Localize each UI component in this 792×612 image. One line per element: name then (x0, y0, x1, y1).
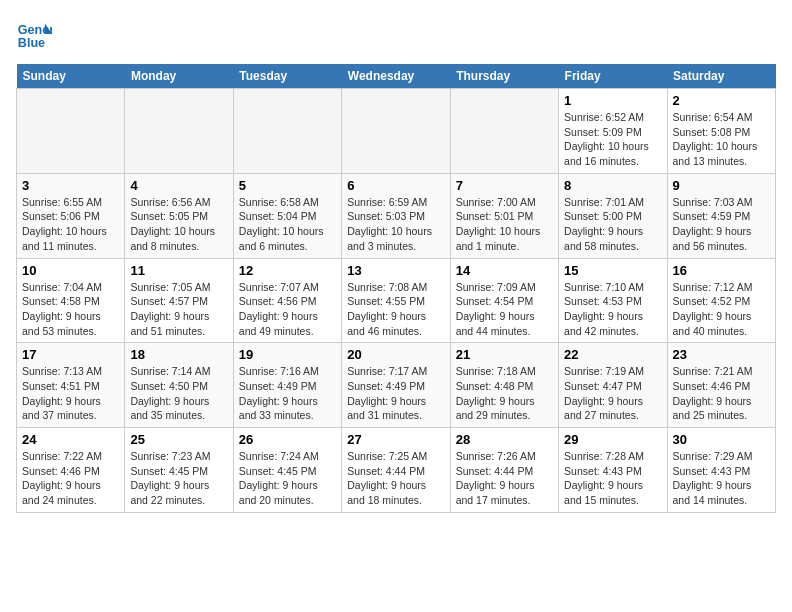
day-cell: 6Sunrise: 6:59 AMSunset: 5:03 PMDaylight… (342, 173, 450, 258)
weekday-header-saturday: Saturday (667, 64, 775, 89)
day-info: Sunrise: 7:09 AMSunset: 4:54 PMDaylight:… (456, 280, 553, 339)
day-cell (450, 89, 558, 174)
day-cell: 13Sunrise: 7:08 AMSunset: 4:55 PMDayligh… (342, 258, 450, 343)
week-row-5: 24Sunrise: 7:22 AMSunset: 4:46 PMDayligh… (17, 428, 776, 513)
day-number: 11 (130, 263, 227, 278)
day-cell: 22Sunrise: 7:19 AMSunset: 4:47 PMDayligh… (559, 343, 667, 428)
day-cell: 12Sunrise: 7:07 AMSunset: 4:56 PMDayligh… (233, 258, 341, 343)
page-header: General Blue (16, 16, 776, 52)
day-info: Sunrise: 7:25 AMSunset: 4:44 PMDaylight:… (347, 449, 444, 508)
weekday-header-monday: Monday (125, 64, 233, 89)
day-cell (17, 89, 125, 174)
day-info: Sunrise: 7:22 AMSunset: 4:46 PMDaylight:… (22, 449, 119, 508)
day-cell: 5Sunrise: 6:58 AMSunset: 5:04 PMDaylight… (233, 173, 341, 258)
day-number: 16 (673, 263, 770, 278)
day-info: Sunrise: 7:14 AMSunset: 4:50 PMDaylight:… (130, 364, 227, 423)
day-info: Sunrise: 7:17 AMSunset: 4:49 PMDaylight:… (347, 364, 444, 423)
day-number: 4 (130, 178, 227, 193)
weekday-header-sunday: Sunday (17, 64, 125, 89)
day-number: 9 (673, 178, 770, 193)
svg-text:Blue: Blue (18, 36, 45, 50)
day-info: Sunrise: 7:05 AMSunset: 4:57 PMDaylight:… (130, 280, 227, 339)
day-number: 13 (347, 263, 444, 278)
day-cell: 24Sunrise: 7:22 AMSunset: 4:46 PMDayligh… (17, 428, 125, 513)
day-number: 18 (130, 347, 227, 362)
day-info: Sunrise: 6:52 AMSunset: 5:09 PMDaylight:… (564, 110, 661, 169)
day-info: Sunrise: 7:19 AMSunset: 4:47 PMDaylight:… (564, 364, 661, 423)
day-cell (342, 89, 450, 174)
day-info: Sunrise: 7:03 AMSunset: 4:59 PMDaylight:… (673, 195, 770, 254)
day-info: Sunrise: 6:59 AMSunset: 5:03 PMDaylight:… (347, 195, 444, 254)
day-number: 7 (456, 178, 553, 193)
week-row-4: 17Sunrise: 7:13 AMSunset: 4:51 PMDayligh… (17, 343, 776, 428)
day-info: Sunrise: 6:55 AMSunset: 5:06 PMDaylight:… (22, 195, 119, 254)
day-cell: 27Sunrise: 7:25 AMSunset: 4:44 PMDayligh… (342, 428, 450, 513)
day-cell: 8Sunrise: 7:01 AMSunset: 5:00 PMDaylight… (559, 173, 667, 258)
day-cell: 18Sunrise: 7:14 AMSunset: 4:50 PMDayligh… (125, 343, 233, 428)
day-number: 22 (564, 347, 661, 362)
weekday-header-row: SundayMondayTuesdayWednesdayThursdayFrid… (17, 64, 776, 89)
week-row-2: 3Sunrise: 6:55 AMSunset: 5:06 PMDaylight… (17, 173, 776, 258)
weekday-header-wednesday: Wednesday (342, 64, 450, 89)
day-number: 21 (456, 347, 553, 362)
logo-icon: General Blue (16, 16, 52, 52)
day-info: Sunrise: 7:24 AMSunset: 4:45 PMDaylight:… (239, 449, 336, 508)
day-info: Sunrise: 7:07 AMSunset: 4:56 PMDaylight:… (239, 280, 336, 339)
logo: General Blue (16, 16, 56, 52)
day-cell: 11Sunrise: 7:05 AMSunset: 4:57 PMDayligh… (125, 258, 233, 343)
day-cell: 23Sunrise: 7:21 AMSunset: 4:46 PMDayligh… (667, 343, 775, 428)
day-cell: 2Sunrise: 6:54 AMSunset: 5:08 PMDaylight… (667, 89, 775, 174)
day-cell: 21Sunrise: 7:18 AMSunset: 4:48 PMDayligh… (450, 343, 558, 428)
day-cell (125, 89, 233, 174)
day-cell: 25Sunrise: 7:23 AMSunset: 4:45 PMDayligh… (125, 428, 233, 513)
day-info: Sunrise: 7:08 AMSunset: 4:55 PMDaylight:… (347, 280, 444, 339)
weekday-header-tuesday: Tuesday (233, 64, 341, 89)
day-cell: 28Sunrise: 7:26 AMSunset: 4:44 PMDayligh… (450, 428, 558, 513)
day-cell: 3Sunrise: 6:55 AMSunset: 5:06 PMDaylight… (17, 173, 125, 258)
day-info: Sunrise: 7:28 AMSunset: 4:43 PMDaylight:… (564, 449, 661, 508)
day-cell: 9Sunrise: 7:03 AMSunset: 4:59 PMDaylight… (667, 173, 775, 258)
day-info: Sunrise: 7:29 AMSunset: 4:43 PMDaylight:… (673, 449, 770, 508)
day-number: 3 (22, 178, 119, 193)
day-info: Sunrise: 7:00 AMSunset: 5:01 PMDaylight:… (456, 195, 553, 254)
week-row-1: 1Sunrise: 6:52 AMSunset: 5:09 PMDaylight… (17, 89, 776, 174)
day-info: Sunrise: 7:12 AMSunset: 4:52 PMDaylight:… (673, 280, 770, 339)
day-cell: 20Sunrise: 7:17 AMSunset: 4:49 PMDayligh… (342, 343, 450, 428)
day-info: Sunrise: 7:16 AMSunset: 4:49 PMDaylight:… (239, 364, 336, 423)
day-number: 26 (239, 432, 336, 447)
day-cell (233, 89, 341, 174)
day-cell: 26Sunrise: 7:24 AMSunset: 4:45 PMDayligh… (233, 428, 341, 513)
day-number: 10 (22, 263, 119, 278)
day-number: 1 (564, 93, 661, 108)
day-cell: 14Sunrise: 7:09 AMSunset: 4:54 PMDayligh… (450, 258, 558, 343)
day-info: Sunrise: 7:10 AMSunset: 4:53 PMDaylight:… (564, 280, 661, 339)
day-number: 14 (456, 263, 553, 278)
day-cell: 19Sunrise: 7:16 AMSunset: 4:49 PMDayligh… (233, 343, 341, 428)
day-number: 28 (456, 432, 553, 447)
calendar-table: SundayMondayTuesdayWednesdayThursdayFrid… (16, 64, 776, 513)
day-info: Sunrise: 7:04 AMSunset: 4:58 PMDaylight:… (22, 280, 119, 339)
day-info: Sunrise: 6:58 AMSunset: 5:04 PMDaylight:… (239, 195, 336, 254)
week-row-3: 10Sunrise: 7:04 AMSunset: 4:58 PMDayligh… (17, 258, 776, 343)
day-number: 29 (564, 432, 661, 447)
day-info: Sunrise: 6:56 AMSunset: 5:05 PMDaylight:… (130, 195, 227, 254)
weekday-header-friday: Friday (559, 64, 667, 89)
day-cell: 29Sunrise: 7:28 AMSunset: 4:43 PMDayligh… (559, 428, 667, 513)
day-info: Sunrise: 7:18 AMSunset: 4:48 PMDaylight:… (456, 364, 553, 423)
day-cell: 4Sunrise: 6:56 AMSunset: 5:05 PMDaylight… (125, 173, 233, 258)
day-number: 23 (673, 347, 770, 362)
day-cell: 30Sunrise: 7:29 AMSunset: 4:43 PMDayligh… (667, 428, 775, 513)
day-info: Sunrise: 7:23 AMSunset: 4:45 PMDaylight:… (130, 449, 227, 508)
day-info: Sunrise: 7:01 AMSunset: 5:00 PMDaylight:… (564, 195, 661, 254)
day-number: 12 (239, 263, 336, 278)
day-info: Sunrise: 7:21 AMSunset: 4:46 PMDaylight:… (673, 364, 770, 423)
day-number: 6 (347, 178, 444, 193)
day-number: 5 (239, 178, 336, 193)
weekday-header-thursday: Thursday (450, 64, 558, 89)
day-cell: 1Sunrise: 6:52 AMSunset: 5:09 PMDaylight… (559, 89, 667, 174)
day-cell: 7Sunrise: 7:00 AMSunset: 5:01 PMDaylight… (450, 173, 558, 258)
day-number: 19 (239, 347, 336, 362)
day-cell: 16Sunrise: 7:12 AMSunset: 4:52 PMDayligh… (667, 258, 775, 343)
day-cell: 17Sunrise: 7:13 AMSunset: 4:51 PMDayligh… (17, 343, 125, 428)
day-number: 30 (673, 432, 770, 447)
